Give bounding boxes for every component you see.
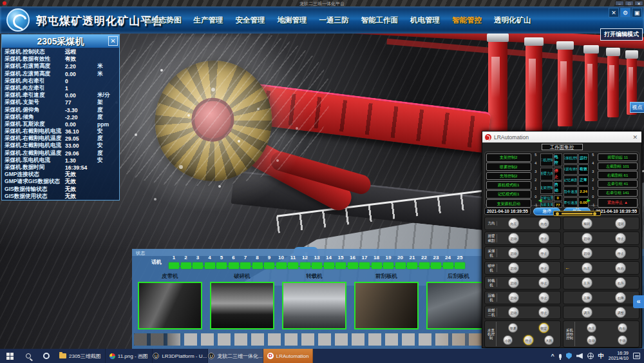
control-button-selected[interactable]: 锁定 — [539, 323, 549, 333]
control-button[interactable]: 向右 — [538, 218, 549, 229]
camera-thumbnail[interactable] — [354, 282, 419, 329]
control-button[interactable]: 启动 — [508, 307, 519, 318]
control-button[interactable]: 停止 — [538, 248, 549, 259]
channel-status-square[interactable] — [193, 262, 203, 269]
workface-control-tab[interactable]: 工作面集控 — [542, 144, 583, 150]
channel-status-square[interactable] — [348, 262, 358, 269]
control-button[interactable]: 顺转 — [582, 218, 592, 229]
channel-status-square[interactable] — [383, 262, 393, 269]
gear-icon[interactable]: ⚙ — [620, 8, 630, 17]
control-button[interactable]: 停止 — [615, 233, 626, 244]
taskbar-app-paint[interactable]: 11.png - 画图 — [106, 349, 153, 363]
control-button[interactable]: 停止 — [615, 248, 626, 259]
control-button[interactable]: 停止 — [538, 277, 549, 288]
clock[interactable]: 16:39 2021/4/10 — [609, 351, 629, 362]
group-control-button[interactable]: 右牵引组 141 — [598, 189, 638, 197]
group-control-button[interactable]: 左牵引组 41 — [598, 180, 638, 188]
channel-status-square[interactable] — [336, 262, 346, 269]
nav-item-electromechanical[interactable]: 机电管理 — [410, 15, 440, 25]
ime-indicator[interactable]: 中 — [598, 352, 604, 360]
group-control-button[interactable]: 支架跟机启动 — [486, 199, 531, 208]
defender-shield-icon[interactable] — [566, 353, 572, 359]
start-button[interactable] — [0, 349, 19, 363]
channel-status-square[interactable] — [252, 262, 263, 269]
group-control-button[interactable]: 左截割组 101 — [598, 162, 638, 170]
tray-expand-icon[interactable]: ^ — [551, 353, 554, 359]
control-button[interactable]: 大跳 — [544, 335, 554, 345]
lr-close-icon[interactable]: ✕ — [632, 134, 639, 141]
channel-status-square[interactable] — [169, 262, 179, 269]
control-button[interactable]: 启动 — [508, 233, 519, 244]
cortana-button[interactable] — [37, 349, 55, 363]
minimize-button[interactable]: – — [615, 1, 624, 6]
control-button[interactable]: 启动 — [508, 277, 519, 288]
taskbar-app-lrautomation[interactable]: DLRAutomation — [263, 349, 314, 363]
network-icon[interactable] — [587, 353, 594, 359]
nav-item-smart-control[interactable]: 智能管控 — [452, 15, 482, 25]
control-button-selected[interactable]: 停止 — [524, 335, 533, 345]
close-button[interactable]: ✕ — [634, 1, 643, 6]
control-button[interactable]: 右降 — [615, 292, 626, 303]
control-button[interactable]: 喷雾 — [508, 323, 518, 333]
control-button[interactable]: 逆转 — [615, 218, 626, 229]
control-button[interactable]: 左降 — [582, 292, 592, 303]
group-control-button[interactable]: 右截割组 61 — [598, 171, 638, 179]
nav-item-3d-situation[interactable]: 三维态势图 — [144, 15, 182, 25]
control-button[interactable]: 停止 — [538, 307, 549, 318]
maximize-button[interactable]: □ — [625, 1, 634, 6]
group-control-button[interactable]: 摇臂抬起 11 — [598, 153, 638, 161]
control-button[interactable]: 手动 — [618, 335, 627, 345]
channel-status-square[interactable] — [288, 262, 298, 269]
channel-status-square[interactable] — [431, 262, 441, 269]
open-edit-mode-button[interactable]: 打开编辑模式 — [600, 28, 643, 41]
group-control-button[interactable]: 跟机模式组1 — [486, 181, 531, 190]
control-button[interactable]: 向右 — [615, 262, 626, 273]
group-control-button[interactable]: 记忆模式组1 — [486, 190, 531, 199]
channel-status-square[interactable] — [300, 262, 310, 269]
control-button[interactable]: 向左 — [582, 262, 592, 273]
group-control-button[interactable]: 喷雾控制2 — [486, 162, 531, 171]
emergency-stop-button[interactable]: 紧急停止 ▲ — [598, 198, 638, 208]
channel-status-square[interactable] — [312, 262, 322, 269]
microphone-icon[interactable] — [559, 354, 562, 358]
control-button[interactable]: 停止 — [538, 233, 549, 244]
nav-item-production[interactable]: 生产管理 — [194, 15, 223, 25]
channel-status-square[interactable] — [455, 262, 465, 269]
notification-icon[interactable] — [633, 353, 640, 359]
control-button[interactable]: 调升 — [582, 307, 592, 318]
channel-status-square[interactable] — [372, 262, 382, 269]
search-button[interactable] — [19, 349, 37, 363]
camera-thumbnail[interactable] — [138, 282, 202, 329]
control-button[interactable]: 启动 — [508, 292, 519, 303]
camera-thumbnail[interactable] — [210, 282, 274, 329]
channel-status-square[interactable] — [264, 262, 274, 269]
channel-status-square[interactable] — [240, 262, 251, 269]
camera-thumbnail[interactable] — [282, 282, 346, 329]
channel-status-square[interactable] — [419, 262, 430, 269]
camera-thumbnail[interactable] — [426, 282, 491, 329]
nav-item-geodesy[interactable]: 地测管理 — [278, 15, 307, 25]
channel-status-square[interactable] — [395, 262, 406, 269]
control-button[interactable]: 停止 — [538, 262, 549, 273]
control-button[interactable]: 调整 — [615, 307, 626, 318]
panel-close-icon[interactable]: ✕ — [108, 36, 118, 46]
taskbar-app-folder[interactable]: 2305三维截图 — [55, 349, 106, 363]
control-button[interactable]: 向右 — [618, 323, 627, 333]
group-control-button[interactable]: 先导控制2 — [486, 172, 531, 181]
speaker-icon[interactable] — [576, 353, 583, 359]
nav-item-smart-workface[interactable]: 智能工作面 — [361, 15, 399, 25]
control-button[interactable]: 停止 — [538, 292, 549, 303]
nav-item-ventilation[interactable]: 一通三防 — [319, 15, 349, 25]
group-control-button[interactable]: 支架控制2 — [486, 153, 531, 162]
channel-status-square[interactable] — [229, 262, 239, 269]
collapse-panel-button[interactable]: « — [633, 295, 644, 308]
nav-item-safety[interactable]: 安全管理 — [236, 15, 265, 25]
wrench-icon[interactable]: ✕ — [609, 8, 619, 17]
channel-status-square[interactable] — [359, 262, 370, 269]
channel-status-square[interactable] — [443, 262, 453, 269]
viewpoint-tab[interactable]: 视点 — [630, 102, 644, 113]
channel-status-square[interactable] — [276, 262, 287, 269]
channel-status-square[interactable] — [324, 262, 334, 269]
channel-status-square[interactable] — [205, 262, 215, 269]
channel-status-square[interactable] — [407, 262, 417, 269]
